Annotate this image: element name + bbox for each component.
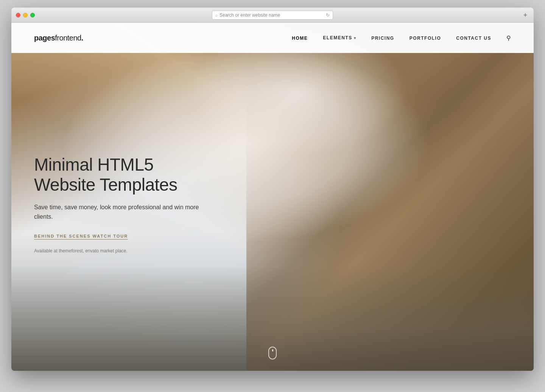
nav-link-elements[interactable]: ELEMENTS ▾ <box>323 35 356 40</box>
hero-cta-button[interactable]: BEHIND THE SCENES WATCH TOUR <box>34 234 128 240</box>
logo[interactable]: pagesfrontend. <box>34 34 292 42</box>
address-bar[interactable]: ⌕ Search or enter website name ↻ <box>212 11 333 20</box>
nav-item-search[interactable]: ⚲ <box>506 34 511 42</box>
nav-link-contact[interactable]: CONTACT US <box>456 36 491 41</box>
scroll-dot <box>272 349 273 352</box>
logo-dot: . <box>81 34 83 42</box>
maximize-button[interactable] <box>30 13 35 17</box>
scroll-indicator <box>268 347 277 359</box>
hero-title: Minimal HTML5 Website Templates <box>34 155 208 195</box>
scroll-mouse-icon <box>268 347 277 359</box>
logo-pages: pages <box>34 34 55 42</box>
logo-frontend: frontend <box>55 34 81 42</box>
hero-content: Minimal HTML5 Website Templates Save tim… <box>34 155 208 254</box>
nav-link-pricing[interactable]: PRICING <box>371 36 394 41</box>
new-tab-button[interactable]: + <box>522 11 529 19</box>
address-bar-placeholder: Search or enter website name <box>220 12 324 18</box>
logo-text: pagesfrontend. <box>34 34 83 42</box>
nav-link-home[interactable]: HOME <box>292 36 308 41</box>
nav-item-home[interactable]: HOME <box>292 34 308 41</box>
navbar: pagesfrontend. HOME ELEMENTS ▾ PRICING <box>11 23 534 53</box>
nav-link-portfolio[interactable]: PORTFOLIO <box>410 36 441 41</box>
mac-window: ⌕ Search or enter website name ↻ + pages… <box>11 8 534 371</box>
close-button[interactable] <box>16 13 20 17</box>
chevron-down-icon: ▾ <box>354 36 357 40</box>
browser-content: pagesfrontend. HOME ELEMENTS ▾ PRICING <box>11 23 534 371</box>
refresh-icon[interactable]: ↻ <box>326 12 330 18</box>
title-bar: ⌕ Search or enter website name ↻ + <box>11 8 534 23</box>
nav-item-portfolio[interactable]: PORTFOLIO <box>410 34 441 41</box>
nav-item-contact[interactable]: CONTACT US <box>456 34 491 41</box>
nav-links: HOME ELEMENTS ▾ PRICING PORTFOLIO CONTAC… <box>292 34 511 42</box>
hero-available-text: Available at themeforest, envato market … <box>34 248 128 254</box>
address-search-icon: ⌕ <box>215 13 218 17</box>
search-icon[interactable]: ⚲ <box>506 35 511 41</box>
hero-subtitle: Save time, save money, look more profess… <box>34 202 208 222</box>
traffic-lights <box>16 13 35 17</box>
nav-item-pricing[interactable]: PRICING <box>371 34 394 41</box>
nav-item-elements[interactable]: ELEMENTS ▾ <box>323 35 356 40</box>
minimize-button[interactable] <box>23 13 28 17</box>
